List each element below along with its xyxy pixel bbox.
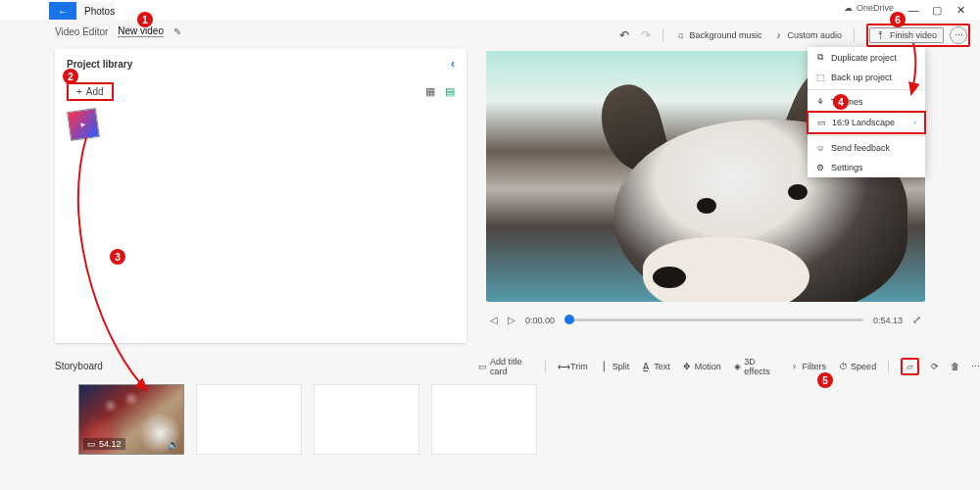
crop-button[interactable]: ▱: [901, 358, 919, 375]
motion-button[interactable]: ✥Motion: [682, 362, 721, 371]
menu-label: Back up project: [831, 73, 892, 82]
trim-label: Trim: [570, 362, 588, 371]
text-label: Text: [654, 362, 670, 371]
ellipsis-icon: ⋯: [955, 30, 963, 40]
storyboard-empty-slot[interactable]: [314, 384, 419, 455]
menu-label: Duplicate project: [831, 53, 897, 63]
motion-icon: ✥: [682, 362, 692, 371]
menu-label: 16:9 Landscape: [832, 118, 895, 127]
clip-duration-badge: ▭ 54.12: [83, 438, 125, 450]
separator: [854, 28, 855, 42]
add-title-card-button[interactable]: ▭Add title card: [478, 357, 533, 376]
background-music-button[interactable]: ♫ Background music: [675, 30, 761, 40]
onedrive-label: OneDrive: [857, 3, 894, 13]
rename-icon[interactable]: ✎: [173, 26, 181, 37]
3d-effects-button[interactable]: ◈3D effects: [733, 357, 778, 376]
back-arrow-icon: ←: [58, 6, 68, 17]
custom-audio-label: Custom audio: [787, 30, 842, 40]
feedback-icon: ☺: [815, 143, 825, 153]
annotation-badge-2: 2: [63, 69, 78, 84]
custom-audio-button[interactable]: ♪ Custom audio: [773, 30, 842, 40]
crop-icon: ▱: [906, 362, 913, 371]
filters-icon: ♀: [790, 362, 800, 371]
maximize-button[interactable]: ▢: [925, 4, 949, 17]
storyboard-title: Storyboard: [55, 361, 103, 371]
breadcrumb-current[interactable]: New video: [118, 25, 164, 37]
storyboard-empty-slot[interactable]: [431, 384, 537, 455]
split-button[interactable]: ⎮Split: [600, 362, 630, 371]
menu-aspect-ratio[interactable]: ▭16:9 Landscape›: [807, 111, 926, 134]
play-overlay-icon: ▸: [80, 120, 86, 130]
card-icon: ▭: [478, 362, 487, 371]
bg-music-label: Background music: [689, 30, 761, 40]
clip-audio-icon[interactable]: 🔈: [168, 439, 179, 450]
app-title: Photos: [76, 6, 115, 17]
annotation-badge-4: 4: [833, 94, 849, 110]
export-icon: ⭱: [876, 30, 886, 40]
separator: [545, 361, 546, 372]
library-title: Project library: [67, 59, 132, 70]
project-library-panel: Project library ‹ + Add ▦ ▤: [55, 49, 466, 343]
storyboard-toolbar: ▭Add title card ⟷Trim ⎮Split A̲Text ✥Mot…: [478, 357, 980, 376]
filters-label: Filters: [803, 362, 827, 371]
delete-clip-button[interactable]: 🗑: [951, 362, 959, 371]
menu-themes[interactable]: ⚘Themes: [808, 92, 925, 112]
backup-icon: ⬚: [815, 73, 825, 82]
list-view-button[interactable]: ▤: [445, 85, 455, 98]
rotate-button[interactable]: ⟳: [931, 362, 939, 371]
settings-icon: ⚙: [815, 163, 825, 172]
library-media-thumbnail[interactable]: ▸: [67, 108, 100, 141]
effects-label: 3D effects: [744, 357, 777, 376]
collapse-library-button[interactable]: ‹: [451, 57, 455, 71]
motion-label: Motion: [695, 362, 721, 371]
split-icon: ⎮: [600, 362, 610, 371]
duplicate-icon: ⧉: [815, 52, 825, 63]
add-label: Add: [86, 86, 104, 97]
fullscreen-button[interactable]: ⤢: [912, 314, 921, 326]
total-time: 0:54.13: [873, 316, 903, 325]
scrubber-knob[interactable]: [564, 315, 574, 324]
add-media-button[interactable]: + Add: [67, 82, 114, 101]
redo-button[interactable]: ↷: [641, 28, 651, 42]
filters-button[interactable]: ♀Filters: [790, 362, 827, 371]
onedrive-indicator[interactable]: ☁ OneDrive: [843, 3, 894, 13]
timeline-scrubber[interactable]: [564, 318, 863, 321]
cube-icon: ◈: [733, 362, 742, 371]
themes-icon: ⚘: [815, 97, 825, 107]
annotation-badge-5: 5: [817, 372, 833, 388]
storyboard-clip[interactable]: ▭ 54.12 🔈: [78, 384, 184, 455]
trim-button[interactable]: ⟷Trim: [558, 362, 588, 371]
menu-backup-project[interactable]: ⬚Back up project: [808, 68, 925, 87]
split-label: Split: [612, 362, 630, 371]
play-button[interactable]: ▷: [508, 315, 515, 325]
finish-label: Finish video: [890, 30, 937, 40]
trim-icon: ⟷: [558, 362, 567, 371]
grid-view-button[interactable]: ▦: [425, 85, 435, 98]
speed-icon: ⏱: [838, 362, 848, 371]
prev-frame-button[interactable]: ◁: [490, 315, 498, 325]
menu-send-feedback[interactable]: ☺Send feedback: [808, 138, 925, 158]
menu-label: Send feedback: [831, 143, 890, 153]
menu-label: Settings: [831, 163, 863, 172]
speed-label: Speed: [851, 362, 876, 371]
back-button[interactable]: ←: [49, 2, 76, 20]
minimize-button[interactable]: —: [902, 4, 925, 16]
finish-video-button[interactable]: ⭱ Finish video: [869, 27, 944, 43]
separator: [888, 361, 889, 372]
speed-button[interactable]: ⏱Speed: [838, 362, 876, 371]
text-button[interactable]: A̲Text: [641, 362, 670, 371]
storyboard-clips: ▭ 54.12 🔈: [78, 384, 537, 455]
current-time: 0:00.00: [525, 316, 555, 325]
more-menu-button[interactable]: ⋯: [950, 26, 967, 44]
menu-settings[interactable]: ⚙Settings: [808, 158, 925, 177]
undo-button[interactable]: ↶: [619, 28, 629, 42]
menu-duplicate-project[interactable]: ⧉Duplicate project: [808, 47, 925, 68]
music-icon: ♫: [675, 30, 685, 40]
clip-more-button[interactable]: ⋯: [971, 362, 980, 371]
plus-icon: +: [76, 86, 82, 97]
close-button[interactable]: ✕: [949, 4, 972, 17]
breadcrumb: Video Editor New video ✎: [0, 22, 181, 41]
annotation-badge-6: 6: [890, 12, 906, 27]
breadcrumb-root[interactable]: Video Editor: [55, 26, 108, 37]
storyboard-empty-slot[interactable]: [196, 384, 302, 455]
